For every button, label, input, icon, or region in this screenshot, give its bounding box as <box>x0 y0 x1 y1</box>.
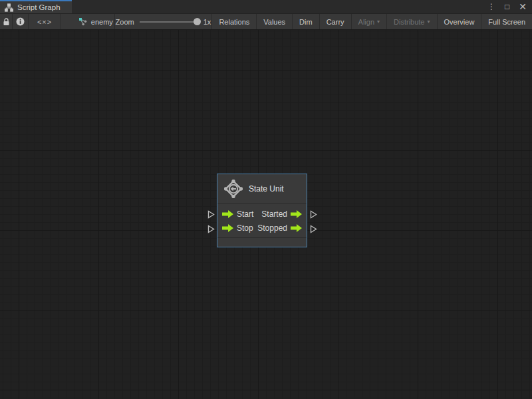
align-label: Align <box>358 18 374 26</box>
window-maximize-icon[interactable]: □ <box>505 3 509 11</box>
zoom-slider-handle[interactable] <box>194 18 201 25</box>
zoom-value: 1x <box>203 18 211 26</box>
breadcrumb-graph-name: enemy <box>91 18 113 26</box>
port-connector-icon[interactable] <box>207 225 215 233</box>
input-port-stop[interactable]: Stop <box>222 223 253 233</box>
node-header[interactable]: State Unit <box>217 174 307 203</box>
chevron-down-icon: ▾ <box>428 19 430 25</box>
overview-button[interactable]: Overview <box>438 14 482 29</box>
values-button[interactable]: Values <box>257 14 293 29</box>
node-title: State Unit <box>249 184 284 194</box>
relations-button[interactable]: Relations <box>212 14 257 29</box>
graph-reference-icon <box>78 17 88 27</box>
flow-arrow-icon <box>222 210 233 218</box>
flow-arrow-icon <box>222 224 233 232</box>
info-button[interactable] <box>13 14 29 29</box>
align-dropdown[interactable]: Align ▾ <box>352 14 387 29</box>
input-port-start[interactable]: Start <box>222 209 253 219</box>
code-view-toggle[interactable]: <×> <box>29 14 61 29</box>
graph-hierarchy-icon <box>5 3 13 12</box>
port-connector-icon[interactable] <box>207 210 215 219</box>
state-unit-icon <box>224 180 243 198</box>
chevron-down-icon: ▾ <box>377 19 380 25</box>
window-menu-icon[interactable]: ⋮ <box>487 3 495 11</box>
node-ports: Start Started Stop <box>217 203 307 238</box>
port-label: Stop <box>237 223 253 233</box>
node-footer <box>217 238 307 247</box>
graph-toolbar: <×> enemy Zoom 1x Relations Values Dim C… <box>0 14 532 30</box>
tab-script-graph[interactable]: Script Graph <box>0 0 72 13</box>
output-port-stopped[interactable]: Stopped <box>257 223 302 233</box>
tab-title: Script Graph <box>17 3 61 11</box>
window-close-icon[interactable]: ✕ <box>519 2 527 11</box>
port-connector-icon[interactable] <box>310 210 317 219</box>
dim-button[interactable]: Dim <box>293 14 320 29</box>
flow-arrow-icon <box>291 210 302 218</box>
flow-arrow-icon <box>291 224 302 232</box>
port-label: Start <box>237 209 253 219</box>
output-port-started[interactable]: Started <box>261 209 302 219</box>
carry-button[interactable]: Carry <box>320 14 352 29</box>
state-unit-node[interactable]: State Unit Start Started <box>217 174 307 247</box>
graph-breadcrumb[interactable]: enemy <box>61 14 115 29</box>
port-connector-icon[interactable] <box>310 225 317 233</box>
port-label: Stopped <box>257 223 287 233</box>
graph-canvas[interactable]: State Unit Start Started <box>0 30 532 399</box>
lock-button[interactable] <box>0 14 13 29</box>
zoom-slider[interactable] <box>140 21 198 23</box>
code-view-label: <×> <box>37 18 52 26</box>
zoom-label: Zoom <box>116 18 134 26</box>
distribute-dropdown[interactable]: Distribute ▾ <box>387 14 437 29</box>
tab-bar: Script Graph ⋮ □ ✕ <box>0 0 532 14</box>
lock-icon <box>3 18 10 26</box>
full-screen-button[interactable]: Full Screen <box>481 14 532 29</box>
distribute-label: Distribute <box>394 18 424 26</box>
port-label: Started <box>261 209 287 219</box>
script-graph-window: Script Graph ⋮ □ ✕ <×> <box>0 0 532 399</box>
zoom-control: Zoom 1x <box>115 14 213 29</box>
window-controls: ⋮ □ ✕ <box>487 0 532 13</box>
info-icon <box>16 17 25 26</box>
